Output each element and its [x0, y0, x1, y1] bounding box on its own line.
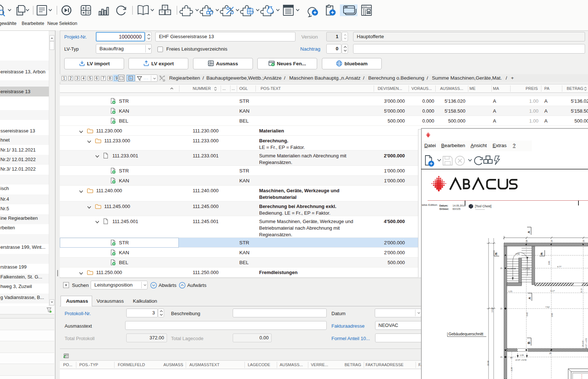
svg-text:25: 25 — [526, 240, 528, 242]
svg-text:Gebäudequerschnitt: Gebäudequerschnitt — [449, 332, 483, 336]
svg-text:1.13=20: 1.13=20 — [523, 267, 530, 270]
svg-text:LK.ST. +=2.50: LK.ST. +=2.50 — [515, 359, 527, 361]
svg-text:25: 25 — [549, 352, 551, 354]
svg-text:E: E — [495, 252, 497, 256]
svg-text:=1.13=20: =1.13=20 — [507, 267, 516, 270]
svg-text:LK.ST. ++2.50: LK.ST. ++2.50 — [585, 338, 587, 349]
svg-text:5.82: 5.82 — [526, 312, 528, 316]
svg-text:25: 25 — [582, 240, 585, 242]
svg-text:6.17': 6.17' — [551, 290, 555, 292]
svg-text:6.10: 6.10 — [580, 288, 582, 292]
svg-text:B: B — [527, 342, 531, 344]
svg-text:4.77': 4.77' — [557, 266, 562, 268]
svg-text:A: A — [527, 231, 531, 233]
svg-text:33.08: 33.08 — [487, 361, 489, 366]
svg-text:13.06': 13.06' — [491, 307, 493, 313]
svg-text:2.50: 2.50 — [516, 253, 520, 255]
svg-text:3.26': 3.26' — [511, 367, 513, 371]
svg-text:1.21: 1.21 — [508, 290, 512, 292]
svg-text:7.52': 7.52' — [545, 306, 550, 308]
svg-text:E: E — [541, 252, 543, 256]
svg-text:21: 21 — [500, 267, 502, 269]
svg-text:20.1.00: 20.1.00 — [582, 340, 584, 347]
svg-text:A: A — [527, 297, 531, 299]
svg-text:3.85: 3.85 — [551, 313, 553, 317]
svg-text:3.65: 3.65 — [548, 261, 550, 265]
svg-text:21: 21 — [500, 307, 502, 310]
svg-text:21: 21 — [500, 356, 502, 358]
svg-text:90': 90' — [510, 357, 513, 359]
svg-text:1.06: 1.06 — [520, 354, 524, 356]
svg-text:25: 25 — [551, 240, 553, 242]
